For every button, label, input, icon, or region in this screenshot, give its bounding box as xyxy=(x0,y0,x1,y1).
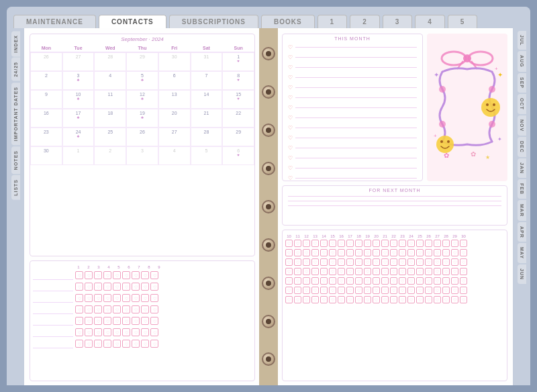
heart-checkbox[interactable]: ♡ xyxy=(122,340,130,348)
heart-checkbox[interactable]: ♡ xyxy=(381,258,389,266)
heart-checkbox[interactable]: ♡ xyxy=(399,249,406,256)
heart-checkbox[interactable]: ♡ xyxy=(425,287,432,294)
heart-checkbox[interactable]: ♡ xyxy=(451,240,458,247)
heart-checkbox[interactable]: ♡ xyxy=(434,258,441,266)
tab-4[interactable]: 4 xyxy=(415,15,445,28)
heart-checkbox[interactable]: ♡ xyxy=(460,268,467,275)
heart-checkbox[interactable]: ♡ xyxy=(303,240,310,247)
tab-books[interactable]: BOOKS xyxy=(261,15,315,28)
heart-checkbox[interactable]: ♡ xyxy=(390,296,397,303)
heart-checkbox[interactable]: ♡ xyxy=(329,249,336,256)
heart-checkbox[interactable]: ♡ xyxy=(85,294,93,302)
heart-checkbox[interactable]: ♡ xyxy=(425,268,432,275)
heart-checkbox[interactable]: ♡ xyxy=(150,340,158,348)
sidebar-right-aug[interactable]: AUG xyxy=(518,51,526,72)
heart-checkbox[interactable]: ♡ xyxy=(311,258,319,266)
heart-checkbox[interactable]: ♡ xyxy=(346,258,354,266)
heart-checkbox[interactable]: ♡ xyxy=(85,271,93,279)
heart-checkbox[interactable]: ♡ xyxy=(329,296,336,303)
heart-checkbox[interactable]: ♡ xyxy=(416,258,424,266)
heart-checkbox[interactable]: ♡ xyxy=(75,340,83,348)
heart-checkbox[interactable]: ♡ xyxy=(399,277,406,285)
tab-maintenance[interactable]: MAINTENANCE xyxy=(13,15,96,28)
heart-checkbox[interactable]: ♡ xyxy=(150,305,158,313)
heart-checkbox[interactable]: ♡ xyxy=(346,249,354,256)
heart-checkbox[interactable]: ♡ xyxy=(381,240,389,247)
heart-checkbox[interactable]: ♡ xyxy=(355,277,362,285)
heart-checkbox[interactable]: ♡ xyxy=(75,283,83,291)
heart-checkbox[interactable]: ♡ xyxy=(338,296,345,303)
heart-checkbox[interactable]: ♡ xyxy=(338,268,345,275)
heart-checkbox[interactable]: ♡ xyxy=(75,294,83,302)
heart-checkbox[interactable]: ♡ xyxy=(442,240,450,247)
heart-checkbox[interactable]: ♡ xyxy=(355,287,362,294)
heart-checkbox[interactable]: ♡ xyxy=(434,268,441,275)
heart-checkbox[interactable]: ♡ xyxy=(460,287,467,294)
heart-checkbox[interactable]: ♡ xyxy=(364,268,371,275)
heart-checkbox[interactable]: ♡ xyxy=(425,277,432,285)
heart-checkbox[interactable]: ♡ xyxy=(113,271,121,279)
heart-checkbox[interactable]: ♡ xyxy=(294,240,301,247)
heart-checkbox[interactable]: ♡ xyxy=(381,268,389,275)
heart-checkbox[interactable]: ♡ xyxy=(390,287,397,294)
tab-subscriptions[interactable]: SUBSCRIPTIONS xyxy=(169,15,258,28)
heart-checkbox[interactable]: ♡ xyxy=(338,287,345,294)
heart-checkbox[interactable]: ♡ xyxy=(294,249,301,256)
tab-2[interactable]: 2 xyxy=(350,15,380,28)
heart-checkbox[interactable]: ♡ xyxy=(381,277,389,285)
heart-checkbox[interactable]: ♡ xyxy=(425,296,432,303)
heart-checkbox[interactable]: ♡ xyxy=(407,249,415,256)
heart-checkbox[interactable]: ♡ xyxy=(320,287,328,294)
heart-checkbox[interactable]: ♡ xyxy=(303,268,310,275)
heart-checkbox[interactable]: ♡ xyxy=(460,277,467,285)
heart-checkbox[interactable]: ♡ xyxy=(407,277,415,285)
heart-checkbox[interactable]: ♡ xyxy=(460,296,467,303)
heart-checkbox[interactable]: ♡ xyxy=(94,317,102,325)
heart-checkbox[interactable]: ♡ xyxy=(416,268,424,275)
heart-checkbox[interactable]: ♡ xyxy=(355,249,362,256)
heart-checkbox[interactable]: ♡ xyxy=(85,317,93,325)
heart-checkbox[interactable]: ♡ xyxy=(373,268,380,275)
heart-checkbox[interactable]: ♡ xyxy=(399,240,406,247)
heart-checkbox[interactable]: ♡ xyxy=(311,287,319,294)
heart-checkbox[interactable]: ♡ xyxy=(399,296,406,303)
sidebar-item-lists[interactable]: LISTS xyxy=(11,175,20,200)
heart-checkbox[interactable]: ♡ xyxy=(285,249,293,256)
heart-checkbox[interactable]: ♡ xyxy=(451,258,458,266)
heart-checkbox[interactable]: ♡ xyxy=(141,294,149,302)
heart-checkbox[interactable]: ♡ xyxy=(285,296,293,303)
heart-checkbox[interactable]: ♡ xyxy=(94,328,102,336)
heart-checkbox[interactable]: ♡ xyxy=(113,340,121,348)
heart-checkbox[interactable]: ♡ xyxy=(416,287,424,294)
heart-checkbox[interactable]: ♡ xyxy=(141,328,149,336)
heart-checkbox[interactable]: ♡ xyxy=(320,268,328,275)
heart-checkbox[interactable]: ♡ xyxy=(355,240,362,247)
heart-checkbox[interactable]: ♡ xyxy=(442,296,450,303)
heart-checkbox[interactable]: ♡ xyxy=(399,258,406,266)
sidebar-right-feb[interactable]: FEB xyxy=(518,179,526,199)
heart-checkbox[interactable]: ♡ xyxy=(373,258,380,266)
heart-checkbox[interactable]: ♡ xyxy=(85,305,93,313)
heart-checkbox[interactable]: ♡ xyxy=(285,240,293,247)
heart-checkbox[interactable]: ♡ xyxy=(303,296,310,303)
heart-checkbox[interactable]: ♡ xyxy=(425,258,432,266)
heart-checkbox[interactable]: ♡ xyxy=(425,249,432,256)
heart-checkbox[interactable]: ♡ xyxy=(390,277,397,285)
heart-checkbox[interactable]: ♡ xyxy=(103,340,111,348)
heart-checkbox[interactable]: ♡ xyxy=(407,268,415,275)
heart-checkbox[interactable]: ♡ xyxy=(303,258,310,266)
heart-checkbox[interactable]: ♡ xyxy=(122,317,130,325)
heart-checkbox[interactable]: ♡ xyxy=(320,277,328,285)
heart-checkbox[interactable]: ♡ xyxy=(103,271,111,279)
heart-checkbox[interactable]: ♡ xyxy=(311,277,319,285)
heart-checkbox[interactable]: ♡ xyxy=(329,268,336,275)
heart-checkbox[interactable]: ♡ xyxy=(434,287,441,294)
sidebar-right-dec[interactable]: DEC xyxy=(518,137,526,157)
heart-checkbox[interactable]: ♡ xyxy=(338,249,345,256)
sidebar-right-may[interactable]: MAY xyxy=(518,243,526,263)
heart-checkbox[interactable]: ♡ xyxy=(451,296,458,303)
heart-checkbox[interactable]: ♡ xyxy=(94,294,102,302)
heart-checkbox[interactable]: ♡ xyxy=(141,317,149,325)
heart-checkbox[interactable]: ♡ xyxy=(434,277,441,285)
heart-checkbox[interactable]: ♡ xyxy=(294,296,301,303)
